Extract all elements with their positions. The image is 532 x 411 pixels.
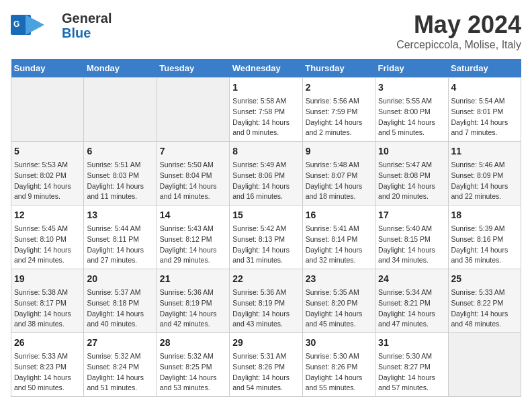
svg-marker-1 [26, 15, 44, 35]
day-info: Sunrise: 5:43 AMSunset: 8:12 PMDaylight:… [160, 224, 226, 266]
calendar-cell: 16Sunrise: 5:41 AMSunset: 8:14 PMDayligh… [302, 205, 375, 269]
day-number: 22 [232, 272, 299, 286]
day-info: Sunrise: 5:32 AMSunset: 8:24 PMDaylight:… [87, 351, 153, 394]
calendar-cell [84, 78, 157, 142]
calendar-cell [11, 78, 84, 142]
calendar-week-4: 19Sunrise: 5:38 AMSunset: 8:17 PMDayligh… [11, 269, 521, 333]
day-number: 30 [306, 336, 372, 350]
header-friday: Friday [375, 59, 448, 78]
calendar-cell: 23Sunrise: 5:35 AMSunset: 8:20 PMDayligh… [302, 269, 375, 333]
calendar-cell: 27Sunrise: 5:32 AMSunset: 8:24 PMDayligh… [84, 333, 157, 397]
calendar-cell: 30Sunrise: 5:30 AMSunset: 8:26 PMDayligh… [302, 333, 375, 397]
day-info: Sunrise: 5:56 AMSunset: 7:59 PMDaylight:… [306, 96, 372, 138]
calendar-cell: 10Sunrise: 5:47 AMSunset: 8:08 PMDayligh… [375, 142, 448, 205]
day-number: 29 [232, 336, 299, 350]
day-number: 12 [14, 208, 81, 222]
day-info: Sunrise: 5:42 AMSunset: 8:13 PMDaylight:… [232, 224, 299, 266]
day-number: 23 [306, 272, 372, 286]
day-info: Sunrise: 5:33 AMSunset: 8:23 PMDaylight:… [14, 351, 81, 394]
day-number: 18 [451, 208, 518, 222]
calendar-cell: 17Sunrise: 5:40 AMSunset: 8:15 PMDayligh… [375, 205, 448, 269]
day-info: Sunrise: 5:37 AMSunset: 8:18 PMDaylight:… [87, 287, 153, 330]
day-info: Sunrise: 5:51 AMSunset: 8:03 PMDaylight:… [87, 160, 153, 202]
calendar-cell: 13Sunrise: 5:44 AMSunset: 8:11 PMDayligh… [84, 205, 157, 269]
day-info: Sunrise: 5:33 AMSunset: 8:22 PMDaylight:… [451, 287, 518, 330]
day-number: 15 [232, 208, 299, 222]
calendar-cell: 9Sunrise: 5:48 AMSunset: 8:07 PMDaylight… [302, 142, 375, 205]
calendar-cell: 3Sunrise: 5:55 AMSunset: 8:00 PMDaylight… [375, 78, 448, 142]
page-title: May 2024 [396, 11, 521, 39]
day-number: 7 [160, 144, 226, 158]
calendar-cell [157, 78, 229, 142]
calendar-week-5: 26Sunrise: 5:33 AMSunset: 8:23 PMDayligh… [11, 333, 521, 397]
day-number: 1 [232, 81, 299, 95]
day-number: 8 [232, 144, 299, 158]
day-number: 9 [306, 144, 372, 158]
day-number: 20 [87, 272, 153, 286]
day-info: Sunrise: 5:32 AMSunset: 8:25 PMDaylight:… [160, 351, 226, 394]
calendar-cell: 20Sunrise: 5:37 AMSunset: 8:18 PMDayligh… [84, 269, 157, 333]
day-info: Sunrise: 5:53 AMSunset: 8:02 PMDaylight:… [14, 160, 81, 202]
day-info: Sunrise: 5:30 AMSunset: 8:27 PMDaylight:… [378, 351, 445, 394]
svg-text:G: G [13, 19, 19, 29]
day-number: 31 [378, 336, 445, 350]
calendar-cell: 4Sunrise: 5:54 AMSunset: 8:01 PMDaylight… [448, 78, 521, 142]
calendar-cell: 19Sunrise: 5:38 AMSunset: 8:17 PMDayligh… [11, 269, 84, 333]
calendar-cell: 5Sunrise: 5:53 AMSunset: 8:02 PMDaylight… [11, 142, 84, 205]
header-sunday: Sunday [11, 59, 84, 78]
day-info: Sunrise: 5:54 AMSunset: 8:01 PMDaylight:… [451, 96, 518, 138]
calendar-week-2: 5Sunrise: 5:53 AMSunset: 8:02 PMDaylight… [11, 142, 521, 205]
day-info: Sunrise: 5:38 AMSunset: 8:17 PMDaylight:… [14, 287, 81, 330]
day-info: Sunrise: 5:41 AMSunset: 8:14 PMDaylight:… [306, 224, 372, 266]
calendar-cell: 18Sunrise: 5:39 AMSunset: 8:16 PMDayligh… [448, 205, 521, 269]
day-info: Sunrise: 5:39 AMSunset: 8:16 PMDaylight:… [451, 224, 518, 266]
day-info: Sunrise: 5:50 AMSunset: 8:04 PMDaylight:… [160, 160, 226, 202]
calendar-table: SundayMondayTuesdayWednesdayThursdayFrid… [11, 59, 521, 397]
day-number: 19 [14, 272, 81, 286]
calendar-cell: 11Sunrise: 5:46 AMSunset: 8:09 PMDayligh… [448, 142, 521, 205]
calendar-week-3: 12Sunrise: 5:45 AMSunset: 8:10 PMDayligh… [11, 205, 521, 269]
day-number: 25 [451, 272, 518, 286]
logo-line2: Blue [62, 26, 112, 40]
day-info: Sunrise: 5:31 AMSunset: 8:26 PMDaylight:… [232, 351, 299, 394]
day-info: Sunrise: 5:45 AMSunset: 8:10 PMDaylight:… [14, 224, 81, 266]
header-tuesday: Tuesday [157, 59, 229, 78]
page-subtitle: Cercepiccola, Molise, Italy [396, 39, 521, 51]
day-info: Sunrise: 5:48 AMSunset: 8:07 PMDaylight:… [306, 160, 372, 202]
calendar-cell: 22Sunrise: 5:36 AMSunset: 8:19 PMDayligh… [230, 269, 302, 333]
calendar-cell: 28Sunrise: 5:32 AMSunset: 8:25 PMDayligh… [157, 333, 229, 397]
day-info: Sunrise: 5:35 AMSunset: 8:20 PMDaylight:… [306, 287, 372, 330]
page-header: G General Blue May 2024 Cercepiccola, Mo… [11, 11, 521, 51]
calendar-cell: 25Sunrise: 5:33 AMSunset: 8:22 PMDayligh… [448, 269, 521, 333]
day-info: Sunrise: 5:47 AMSunset: 8:08 PMDaylight:… [378, 160, 445, 202]
day-info: Sunrise: 5:46 AMSunset: 8:09 PMDaylight:… [451, 160, 518, 202]
day-number: 27 [87, 336, 153, 350]
day-number: 17 [378, 208, 445, 222]
day-number: 26 [14, 336, 81, 350]
calendar-cell: 8Sunrise: 5:49 AMSunset: 8:06 PMDaylight… [230, 142, 302, 205]
calendar-cell: 7Sunrise: 5:50 AMSunset: 8:04 PMDaylight… [157, 142, 229, 205]
day-info: Sunrise: 5:40 AMSunset: 8:15 PMDaylight:… [378, 224, 445, 266]
calendar-cell: 6Sunrise: 5:51 AMSunset: 8:03 PMDaylight… [84, 142, 157, 205]
day-number: 24 [378, 272, 445, 286]
day-number: 28 [160, 336, 226, 350]
day-info: Sunrise: 5:34 AMSunset: 8:21 PMDaylight:… [378, 287, 445, 330]
header-wednesday: Wednesday [230, 59, 302, 78]
day-number: 10 [378, 144, 445, 158]
calendar-cell: 26Sunrise: 5:33 AMSunset: 8:23 PMDayligh… [11, 333, 84, 397]
calendar-cell [448, 333, 521, 397]
day-info: Sunrise: 5:36 AMSunset: 8:19 PMDaylight:… [160, 287, 226, 330]
header-saturday: Saturday [448, 59, 521, 78]
day-number: 13 [87, 208, 153, 222]
day-info: Sunrise: 5:55 AMSunset: 8:00 PMDaylight:… [378, 96, 445, 138]
calendar-cell: 31Sunrise: 5:30 AMSunset: 8:27 PMDayligh… [375, 333, 448, 397]
day-number: 5 [14, 144, 81, 158]
day-number: 11 [451, 144, 518, 158]
day-info: Sunrise: 5:58 AMSunset: 7:58 PMDaylight:… [232, 96, 299, 138]
day-info: Sunrise: 5:49 AMSunset: 8:06 PMDaylight:… [232, 160, 299, 202]
calendar-cell: 24Sunrise: 5:34 AMSunset: 8:21 PMDayligh… [375, 269, 448, 333]
day-number: 14 [160, 208, 226, 222]
calendar-cell: 2Sunrise: 5:56 AMSunset: 7:59 PMDaylight… [302, 78, 375, 142]
day-number: 3 [378, 81, 445, 95]
calendar-cell: 21Sunrise: 5:36 AMSunset: 8:19 PMDayligh… [157, 269, 229, 333]
